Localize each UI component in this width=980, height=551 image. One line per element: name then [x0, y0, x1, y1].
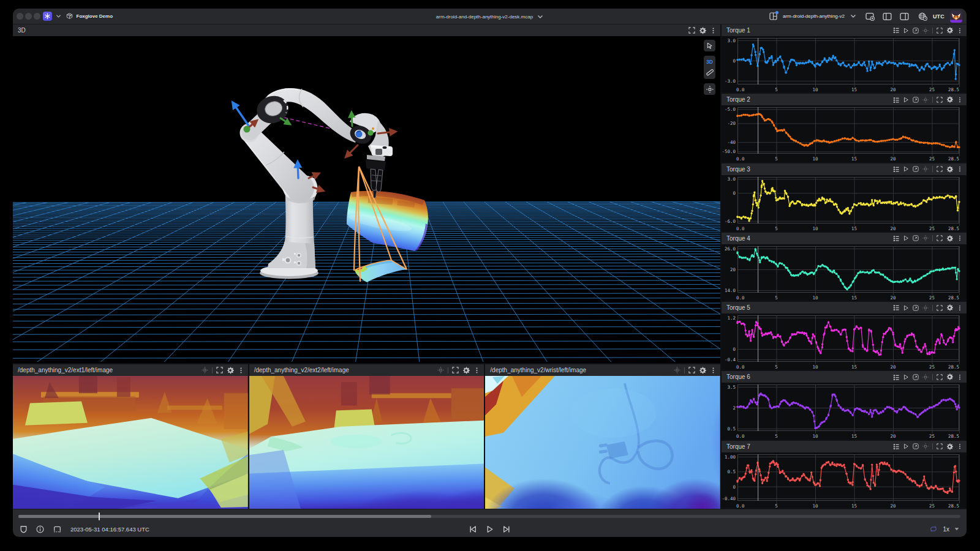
settings-gear-icon[interactable] [946, 304, 953, 311]
layout-chevron-icon[interactable] [850, 14, 856, 18]
left-sidebar-toggle-icon[interactable] [883, 12, 892, 21]
single-playback-icon[interactable] [903, 28, 909, 34]
panel-menu-kebab-icon[interactable] [710, 367, 717, 374]
view-mode-group[interactable]: 3D [704, 56, 715, 79]
plot-panel-header[interactable]: Torque 4 [722, 233, 967, 244]
panel-menu-kebab-icon[interactable] [473, 367, 480, 374]
panel-menu-kebab-icon[interactable] [238, 367, 244, 374]
layout-name[interactable]: arm-droid-depth-anything-v2 [783, 13, 845, 19]
fullscreen-icon[interactable] [688, 27, 695, 34]
plot-chart-area[interactable]: 1.000.50-0.400.051015202528.5 [722, 452, 967, 509]
legend-toggle-icon[interactable] [893, 235, 900, 242]
panel-menu-kebab-icon[interactable] [957, 374, 963, 380]
fullscreen-icon[interactable] [688, 367, 695, 373]
measure-ruler-icon[interactable] [706, 69, 714, 76]
reset-view-icon[interactable] [913, 166, 919, 172]
panel-menu-kebab-icon[interactable] [957, 97, 963, 103]
fullscreen-icon[interactable] [937, 235, 943, 241]
depth-image-ext2[interactable] [249, 376, 484, 509]
foxglove-logo[interactable] [43, 12, 52, 21]
fullscreen-icon[interactable] [937, 97, 943, 103]
fullscreen-icon[interactable] [937, 443, 943, 449]
settings-gear-icon[interactable] [227, 367, 234, 374]
play-button-icon[interactable] [486, 525, 494, 533]
plot-chart-area[interactable]: 1.20-0.40.051015202528.5 [722, 313, 967, 370]
minimize-window-button[interactable] [25, 13, 32, 20]
legend-toggle-icon[interactable] [893, 304, 900, 311]
image-panel-header[interactable]: /depth_anything_v2/wrist/left/image [485, 364, 720, 376]
move-crosshair-icon[interactable] [922, 305, 929, 311]
single-playback-icon[interactable] [903, 305, 909, 311]
single-playback-icon[interactable] [903, 166, 909, 172]
panel-3d-header[interactable]: 3D [13, 24, 720, 36]
seek-forward-icon[interactable] [502, 525, 510, 533]
reset-view-icon[interactable] [913, 235, 919, 241]
panel-menu-kebab-icon[interactable] [957, 166, 963, 172]
single-playback-icon[interactable] [903, 443, 909, 449]
reset-view-icon[interactable] [913, 443, 919, 449]
plot-chart-area[interactable]: 3.00-3.00.051015202528.5 [722, 36, 967, 92]
timezone-globe-icon[interactable] [918, 12, 927, 21]
seek-backward-icon[interactable] [469, 525, 477, 533]
reset-view-icon[interactable] [913, 305, 919, 311]
zoom-window-button[interactable] [34, 13, 40, 20]
fullscreen-icon[interactable] [216, 367, 223, 373]
single-playback-icon[interactable] [903, 235, 909, 241]
fullscreen-icon[interactable] [937, 305, 943, 311]
plot-chart-area[interactable]: 3.00-6.00.051015202528.5 [722, 175, 967, 231]
add-panel-icon[interactable] [865, 12, 875, 21]
move-crosshair-icon[interactable] [437, 367, 444, 373]
settings-gear-icon[interactable] [462, 367, 470, 374]
org-name[interactable]: Foxglove Demo [77, 13, 113, 19]
reset-view-icon[interactable] [913, 374, 919, 380]
3d-mode-button[interactable]: 3D [706, 59, 713, 65]
fullscreen-icon[interactable] [937, 28, 943, 34]
fullscreen-icon[interactable] [452, 367, 459, 373]
settings-gear-icon[interactable] [946, 96, 953, 103]
settings-gear-icon[interactable] [946, 373, 953, 380]
plot-chart-area[interactable]: 26.02014.00.051015202528.5 [722, 244, 967, 301]
legend-toggle-icon[interactable] [893, 27, 900, 34]
move-crosshair-icon[interactable] [922, 374, 929, 380]
plot-panel-header[interactable]: Torque 2 [722, 94, 967, 105]
legend-toggle-icon[interactable] [893, 166, 900, 173]
image-panel-header[interactable]: /depth_anything_v2/ext2/left/image [249, 364, 484, 376]
timezone-label[interactable]: UTC [933, 13, 944, 20]
panel-menu-kebab-icon[interactable] [957, 28, 963, 34]
settings-gear-icon[interactable] [699, 27, 706, 34]
timeline-scrubber[interactable] [18, 515, 960, 518]
source-chevron-icon[interactable] [537, 15, 543, 19]
move-crosshair-icon[interactable] [674, 367, 680, 373]
fullscreen-icon[interactable] [937, 374, 943, 380]
plot-panel-header[interactable]: Torque 1 [722, 24, 967, 36]
reset-view-icon[interactable] [913, 97, 919, 103]
move-crosshair-icon[interactable] [922, 97, 929, 103]
panel-menu-kebab-icon[interactable] [710, 27, 717, 34]
settings-gear-icon[interactable] [946, 27, 953, 34]
panel-menu-kebab-icon[interactable] [957, 443, 963, 449]
app-menu-chevron-icon[interactable] [56, 14, 61, 18]
layout-menu-button[interactable] [769, 12, 777, 20]
follow-mode-button[interactable] [704, 83, 715, 95]
plot-panel-header[interactable]: Torque 6 [722, 371, 967, 383]
reset-view-icon[interactable] [913, 28, 919, 34]
move-crosshair-icon[interactable] [202, 367, 208, 373]
single-playback-icon[interactable] [903, 97, 909, 103]
settings-gear-icon[interactable] [946, 166, 953, 173]
plot-chart-area[interactable]: 3.520.50.051015202528.5 [722, 383, 967, 439]
image-panel-header[interactable]: /depth_anything_v2/ext1/left/image [13, 364, 248, 376]
select-tool-button[interactable] [704, 40, 715, 51]
panel-menu-kebab-icon[interactable] [957, 305, 963, 311]
close-window-button[interactable] [17, 13, 23, 20]
legend-toggle-icon[interactable] [893, 443, 900, 450]
source-title[interactable]: arm-droid-and-depth-anything-v2-desk.mca… [436, 14, 533, 20]
plot-panel-header[interactable]: Torque 7 [722, 441, 967, 452]
plot-panel-header[interactable]: Torque 3 [722, 163, 967, 175]
fullscreen-icon[interactable] [937, 166, 943, 172]
settings-gear-icon[interactable] [699, 367, 706, 374]
settings-gear-icon[interactable] [946, 443, 953, 450]
legend-toggle-icon[interactable] [893, 374, 900, 381]
user-avatar[interactable] [950, 10, 962, 23]
move-crosshair-icon[interactable] [922, 235, 929, 241]
depth-image-wrist[interactable] [485, 376, 720, 509]
